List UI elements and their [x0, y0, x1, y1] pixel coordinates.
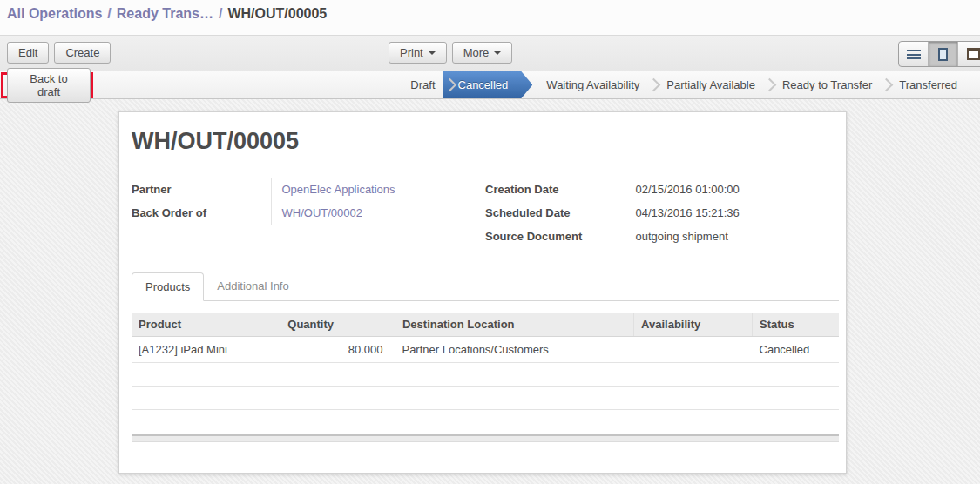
column-header-destination-location[interactable]: Destination Location: [395, 313, 633, 337]
breadcrumb-link-all-operations[interactable]: All Operations: [7, 6, 102, 22]
field-value-partner[interactable]: OpenElec Applications: [271, 178, 463, 201]
status-transferred[interactable]: Transferred: [885, 71, 971, 98]
table-header-row: Product Quantity Destination Location Av…: [132, 313, 839, 337]
cell-availability: [634, 337, 753, 363]
toolbar: Edit Create Print More: [0, 35, 980, 71]
action-buttons: Print More: [389, 42, 512, 64]
form-sheet: WH/OUT/00005 Partner OpenElec Applicatio…: [118, 111, 847, 474]
status-row: Back to draft Draft Cancelled Waiting Av…: [0, 71, 980, 99]
breadcrumb-current: WH/OUT/00005: [227, 6, 327, 22]
empty-table-line: [132, 363, 839, 387]
products-table: Product Quantity Destination Location Av…: [132, 313, 839, 363]
empty-table-line: [132, 387, 839, 410]
calendar-view-button[interactable]: [958, 42, 980, 66]
more-dropdown-button[interactable]: More: [452, 42, 513, 64]
field-group-left: Partner OpenElec Applications Back Order…: [132, 178, 485, 248]
record-title: WH/OUT/00005: [132, 128, 839, 155]
breadcrumb-link-ready-transfers[interactable]: Ready Trans…: [117, 6, 213, 22]
column-header-quantity[interactable]: Quantity: [280, 313, 395, 337]
table-row[interactable]: [A1232] iPad Mini 80.000 Partner Locatio…: [132, 337, 839, 363]
column-header-availability[interactable]: Availability: [634, 313, 753, 337]
annotation-highlight: Back to draft: [1, 72, 93, 98]
field-groups: Partner OpenElec Applications Back Order…: [132, 178, 839, 248]
status-ready-to-transfer[interactable]: Ready to Transfer: [768, 71, 886, 98]
caret-down-icon: [429, 51, 436, 55]
print-dropdown-button[interactable]: Print: [389, 42, 447, 64]
notebook-tabs: Products Additional Info: [132, 272, 839, 301]
column-header-status[interactable]: Status: [753, 313, 839, 337]
list-icon: [907, 50, 921, 59]
cell-quantity: 80.000: [280, 337, 395, 363]
form-view-button[interactable]: [929, 42, 958, 66]
status-waiting-availability[interactable]: Waiting Availability: [532, 71, 653, 98]
record-buttons: Edit Create: [7, 42, 111, 64]
tab-products[interactable]: Products: [132, 272, 204, 301]
cell-product: [A1232] iPad Mini: [132, 337, 280, 363]
tab-additional-info[interactable]: Additional Info: [204, 272, 301, 301]
view-switcher: [898, 41, 980, 67]
field-value-scheduled-date: 04/13/2016 15:21:36: [625, 201, 816, 225]
field-label-back-order-of: Back Order of: [132, 201, 271, 225]
calendar-icon: [967, 48, 980, 60]
breadcrumb: All Operations / Ready Trans… / WH/OUT/0…: [0, 0, 980, 35]
field-label-partner: Partner: [132, 178, 271, 201]
field-label-scheduled-date: Scheduled Date: [485, 201, 625, 225]
field-value-back-order-of[interactable]: WH/OUT/00002: [271, 201, 463, 225]
status-draft[interactable]: Draft: [396, 71, 449, 98]
caret-down-icon: [494, 51, 501, 55]
edit-button[interactable]: Edit: [7, 42, 49, 64]
field-group-right: Creation Date 02/15/2016 01:00:00 Schedu…: [485, 178, 839, 248]
cell-status: Cancelled: [753, 337, 839, 363]
cell-destination: Partner Locations/Customers: [395, 337, 633, 363]
statusbar: Draft Cancelled Waiting Availability Par…: [396, 71, 980, 98]
field-value-creation-date: 02/15/2016 01:00:00: [625, 178, 816, 201]
field-value-source-document: outgoing shipment: [625, 225, 816, 248]
breadcrumb-separator: /: [107, 6, 111, 22]
breadcrumb-separator: /: [219, 6, 222, 22]
back-to-draft-button[interactable]: Back to draft: [7, 68, 91, 103]
list-view-button[interactable]: [899, 42, 929, 66]
horizontal-scrollbar[interactable]: [132, 434, 839, 442]
field-label-creation-date: Creation Date: [485, 178, 625, 201]
field-label-source-document: Source Document: [485, 225, 625, 248]
create-button[interactable]: Create: [54, 42, 111, 64]
status-partially-available[interactable]: Partially Available: [652, 71, 769, 98]
column-header-product[interactable]: Product: [132, 313, 280, 337]
form-icon: [938, 48, 948, 61]
